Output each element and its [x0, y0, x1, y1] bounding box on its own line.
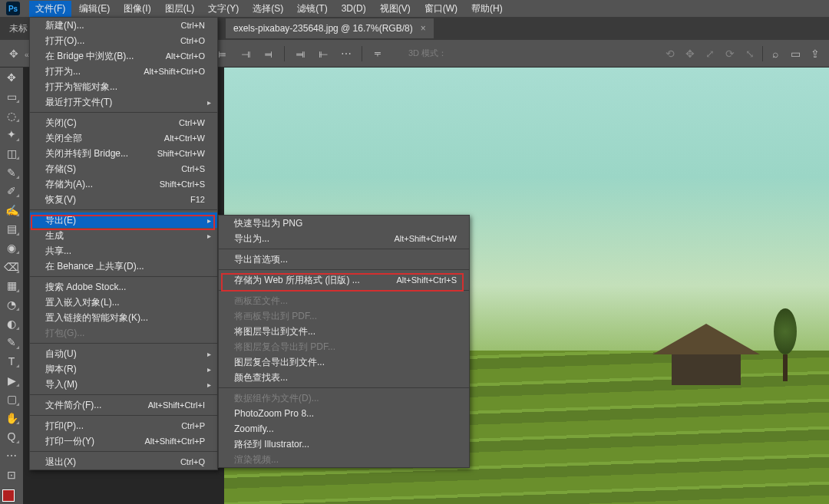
menu-item-label: 打包(G)... — [45, 327, 84, 340]
menu-item-label: 导出(E) — [45, 214, 76, 227]
export-menu-item[interactable]: PhotoZoom Pro 8... — [219, 406, 469, 421]
align-center-v-icon[interactable]: ⫣ — [238, 46, 253, 61]
gradient-tool-icon[interactable]: ▦ — [3, 278, 20, 293]
file-menu-item[interactable]: 打印(P)...Ctrl+P — [30, 418, 217, 433]
menu-separator — [219, 387, 469, 388]
file-menu-item[interactable]: 生成▸ — [30, 228, 217, 243]
dodge-tool-icon[interactable]: ◐ — [3, 316, 20, 331]
more-icon[interactable]: ⋯ — [339, 46, 354, 61]
menu-image[interactable]: 图像(I) — [117, 1, 157, 17]
file-menu-item[interactable]: 最近打开文件(T)▸ — [30, 94, 217, 110]
file-menu-item[interactable]: 关闭并转到 Bridge...Shift+Ctrl+W — [30, 146, 217, 161]
menu-filter[interactable]: 滤镜(T) — [291, 1, 333, 17]
edit-toolbar-icon[interactable]: ⋯ — [3, 449, 20, 463]
menu-3d[interactable]: 3D(D) — [335, 2, 372, 15]
export-menu-item[interactable]: 颜色查找表... — [219, 370, 469, 385]
menu-item-shortcut: Ctrl+W — [179, 118, 205, 127]
marquee-tool-icon[interactable]: ▭ — [3, 90, 20, 104]
export-menu-item[interactable]: Zoomify... — [219, 421, 469, 436]
file-menu-item[interactable]: 关闭全部Alt+Ctrl+W — [30, 130, 217, 146]
shape-tool-icon[interactable]: ▢ — [3, 392, 20, 407]
file-menu-item[interactable]: 打开为智能对象... — [30, 79, 217, 94]
eraser-tool-icon[interactable]: ⌫ — [3, 259, 20, 274]
file-menu-item[interactable]: 导出(E)▸ — [30, 212, 217, 228]
align-options-icon[interactable]: ⫧ — [370, 46, 385, 61]
blur-tool-icon[interactable]: ◔ — [3, 298, 20, 312]
menu-layer[interactable]: 图层(L) — [159, 1, 201, 17]
menu-item-label: 将图层导出到文件... — [234, 325, 315, 338]
menu-item-label: 文件简介(F)... — [45, 399, 101, 412]
export-menu-item[interactable]: 路径到 Illustrator... — [219, 436, 469, 452]
distribute-h-icon[interactable]: ⫥ — [292, 46, 308, 61]
align-bottom-icon[interactable]: ⫤ — [261, 46, 276, 61]
file-menu-item[interactable]: 共享... — [30, 243, 217, 259]
file-menu-item[interactable]: 退出(X)Ctrl+Q — [30, 454, 217, 469]
menu-help[interactable]: 帮助(H) — [465, 1, 509, 17]
magic-wand-tool-icon[interactable]: ✦ — [3, 127, 20, 142]
zoom-tool-icon[interactable]: Q — [3, 430, 20, 444]
menu-item-label: 颜色查找表... — [234, 371, 288, 384]
close-tab-icon[interactable]: × — [421, 23, 426, 34]
file-menu-item[interactable]: 置入嵌入对象(L)... — [30, 295, 217, 310]
3d-scale-icon[interactable]: ⤡ — [742, 46, 758, 61]
file-menu-item[interactable]: 搜索 Adobe Stock... — [30, 279, 217, 295]
type-tool-icon[interactable]: T — [3, 354, 20, 369]
menu-select[interactable]: 选择(S) — [246, 1, 289, 17]
eyedropper-tool-icon[interactable]: ✎ — [3, 165, 20, 180]
file-menu-item[interactable]: 存储(S)Ctrl+S — [30, 161, 217, 176]
file-menu-item[interactable]: 在 Behance 上共享(D)... — [30, 259, 217, 274]
submenu-arrow-icon: ▸ — [207, 98, 211, 107]
menu-window[interactable]: 窗口(W) — [418, 1, 464, 17]
screen-mode-icon[interactable]: ⊡ — [3, 467, 20, 482]
file-menu-item[interactable]: 脚本(R)▸ — [30, 361, 217, 377]
export-menu-item[interactable]: 图层复合导出到文件... — [219, 354, 469, 370]
file-menu-item[interactable]: 置入链接的智能对象(K)... — [30, 310, 217, 325]
menu-item-shortcut: Ctrl+P — [181, 421, 205, 430]
hand-tool-icon[interactable]: ✋ — [3, 411, 20, 426]
file-menu-item[interactable]: 打印一份(Y)Alt+Shift+Ctrl+P — [30, 433, 217, 449]
healing-tool-icon[interactable]: ✐ — [3, 184, 20, 199]
file-menu-item[interactable]: 文件简介(F)...Alt+Shift+Ctrl+I — [30, 397, 217, 413]
menu-view[interactable]: 视图(V) — [374, 1, 417, 17]
file-menu-item[interactable]: 自动(U)▸ — [30, 346, 217, 361]
export-menu-item[interactable]: 导出首选项... — [219, 252, 469, 267]
menu-separator — [30, 276, 217, 277]
share-icon[interactable]: ⇪ — [808, 46, 823, 61]
pen-tool-icon[interactable]: ✎ — [3, 335, 20, 350]
file-menu-item[interactable]: 存储为(A)...Shift+Ctrl+S — [30, 176, 217, 192]
file-menu-item[interactable]: 新建(N)...Ctrl+N — [30, 18, 217, 33]
export-menu-item[interactable]: 将图层导出到文件... — [219, 324, 469, 339]
crop-tool-icon[interactable]: ◫ — [3, 147, 20, 161]
3d-orbit-icon[interactable]: ⟲ — [662, 46, 678, 61]
workspace-icon[interactable]: ▭ — [788, 46, 803, 61]
move-tool-icon[interactable]: ✥ — [3, 71, 20, 85]
export-menu-item: 数据组作为文件(D)... — [219, 390, 469, 406]
3d-dolly-icon[interactable]: ⤢ — [702, 46, 718, 61]
menu-separator — [219, 249, 469, 249]
distribute-v-icon[interactable]: ⫦ — [315, 46, 331, 61]
file-menu-item[interactable]: 导入(M)▸ — [30, 377, 217, 392]
export-menu-item[interactable]: 存储为 Web 所用格式 (旧版) ...Alt+Shift+Ctrl+S — [219, 272, 469, 288]
file-menu-item[interactable]: 打开为...Alt+Shift+Ctrl+O — [30, 64, 217, 79]
3d-pan-icon[interactable]: ✥ — [682, 46, 698, 61]
export-menu-item[interactable]: 快速导出为 PNG — [219, 216, 469, 231]
menu-file[interactable]: 文件(F) — [29, 1, 71, 17]
file-menu-item[interactable]: 恢复(V)F12 — [30, 192, 217, 207]
menu-type[interactable]: 文字(Y) — [202, 1, 245, 17]
search-icon[interactable]: ⌕ — [768, 46, 783, 61]
menu-edit[interactable]: 编辑(E) — [73, 1, 116, 17]
color-swatch[interactable] — [4, 491, 19, 504]
file-menu-item[interactable]: 打开(O)...Ctrl+O — [30, 33, 217, 48]
3d-rotate-icon[interactable]: ⟳ — [722, 46, 738, 61]
clone-stamp-tool-icon[interactable]: ▤ — [3, 222, 20, 236]
file-menu-item[interactable]: 在 Bridge 中浏览(B)...Alt+Ctrl+O — [30, 48, 217, 64]
export-menu-item[interactable]: 导出为...Alt+Shift+Ctrl+W — [219, 231, 469, 246]
history-brush-tool-icon[interactable]: ◉ — [3, 241, 20, 255]
document-tab[interactable]: exels-pixabay-235648.jpg @ 16.7%(RGB/8) … — [226, 18, 434, 38]
brush-tool-icon[interactable]: ✍ — [3, 203, 20, 217]
menu-item-label: 新建(N)... — [45, 19, 84, 32]
menu-item-label: Zoomify... — [234, 423, 274, 434]
path-select-tool-icon[interactable]: ▶ — [3, 373, 20, 387]
file-menu-item[interactable]: 关闭(C)Ctrl+W — [30, 115, 217, 130]
lasso-tool-icon[interactable]: ◌ — [3, 108, 20, 123]
